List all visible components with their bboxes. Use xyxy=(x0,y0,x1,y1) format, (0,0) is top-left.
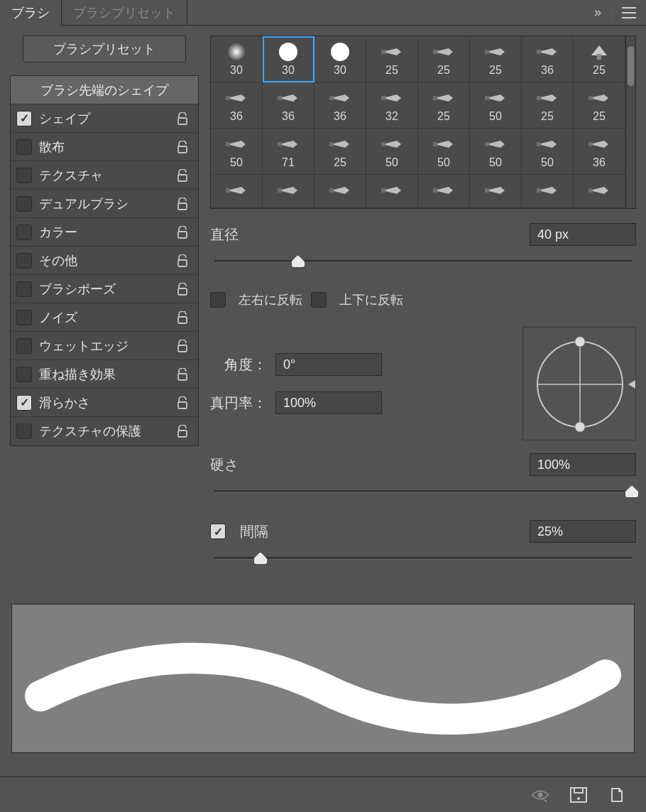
lock-icon[interactable] xyxy=(177,396,192,409)
brush-grid[interactable]: 3030302525253625363636322550252550712550… xyxy=(210,36,626,209)
brush-cell[interactable]: 36 xyxy=(522,36,574,82)
brush-cell[interactable]: 25 xyxy=(522,82,574,129)
brush-cell[interactable]: 36 xyxy=(211,82,263,129)
option-row[interactable]: テクスチャ xyxy=(11,161,198,190)
brush-cell[interactable] xyxy=(263,175,314,208)
option-row[interactable]: カラー xyxy=(11,218,198,247)
lock-icon[interactable] xyxy=(177,425,192,438)
option-checkbox[interactable] xyxy=(16,367,32,382)
grid-scrollbar-thumb[interactable] xyxy=(628,46,634,86)
lock-icon[interactable] xyxy=(177,169,192,182)
option-row[interactable]: 滑らかさ xyxy=(11,389,198,417)
panel-menu-icon[interactable] xyxy=(622,7,636,18)
tab-brush-presets[interactable]: ブラシプリセット xyxy=(62,0,187,26)
new-document-icon[interactable] xyxy=(608,786,626,804)
flip-y-checkbox[interactable] xyxy=(311,292,327,308)
option-checkbox[interactable] xyxy=(16,224,32,240)
option-checkbox[interactable] xyxy=(16,168,32,183)
brush-cell[interactable]: 36 xyxy=(574,129,625,175)
brush-cell[interactable]: 50 xyxy=(418,129,470,175)
brush-cell[interactable]: 25 xyxy=(366,36,418,82)
lock-icon[interactable] xyxy=(177,226,192,239)
brush-cell[interactable] xyxy=(211,175,263,208)
brush-cell[interactable]: 25 xyxy=(470,36,522,82)
brush-cell[interactable]: 30 xyxy=(211,36,263,82)
svg-rect-28 xyxy=(226,142,230,146)
brush-cell[interactable]: 50 xyxy=(470,82,522,129)
brush-thumb-icon xyxy=(432,134,456,155)
svg-rect-26 xyxy=(537,96,541,100)
option-row[interactable]: シェイプ xyxy=(11,104,198,133)
brush-cell[interactable]: 30 xyxy=(314,36,366,82)
brush-cell[interactable]: 25 xyxy=(418,36,470,82)
option-checkbox[interactable] xyxy=(16,139,32,155)
brush-size-label: 25 xyxy=(437,64,450,77)
tab-brushes[interactable]: ブラシ xyxy=(0,0,62,26)
hardness-input[interactable]: 100% xyxy=(530,453,636,476)
hardness-slider[interactable] xyxy=(210,483,636,503)
brush-cell[interactable] xyxy=(418,175,470,208)
spacing-slider[interactable] xyxy=(210,550,636,570)
toggle-preview-icon[interactable] xyxy=(531,786,549,804)
option-row[interactable]: デュアルブラシ xyxy=(11,190,198,218)
svg-rect-22 xyxy=(329,96,334,100)
brush-preset-button[interactable]: ブラシプリセット xyxy=(23,36,186,63)
diameter-label: 直径 xyxy=(210,225,239,244)
brush-cell[interactable] xyxy=(470,175,522,208)
diameter-slider[interactable] xyxy=(210,253,636,273)
collapse-icon[interactable]: » xyxy=(594,5,601,20)
brush-size-label: 25 xyxy=(593,64,606,77)
option-row[interactable]: その他 xyxy=(11,247,198,275)
diameter-input[interactable]: 40 px xyxy=(530,223,636,246)
option-checkbox[interactable] xyxy=(16,253,32,269)
brush-cell[interactable] xyxy=(574,175,625,208)
lock-icon[interactable] xyxy=(177,283,192,296)
grid-scrollbar[interactable] xyxy=(626,36,636,209)
brush-cell[interactable]: 50 xyxy=(211,129,263,175)
brush-cell[interactable]: 50 xyxy=(522,129,574,175)
lock-icon[interactable] xyxy=(177,112,192,125)
lock-icon[interactable] xyxy=(177,141,192,153)
lock-icon[interactable] xyxy=(177,311,192,324)
brush-cell[interactable]: 50 xyxy=(366,129,418,175)
option-checkbox[interactable] xyxy=(16,196,32,212)
brush-cell[interactable]: 32 xyxy=(366,82,418,129)
lock-icon[interactable] xyxy=(177,197,192,210)
option-row[interactable]: ブラシポーズ xyxy=(11,275,198,303)
option-row[interactable]: 散布 xyxy=(11,133,198,161)
brush-cell[interactable]: 25 xyxy=(314,129,366,175)
brush-cell[interactable]: 36 xyxy=(314,82,366,129)
lock-icon[interactable] xyxy=(177,340,192,352)
brush-cell[interactable]: 25 xyxy=(574,36,625,82)
lock-icon[interactable] xyxy=(177,254,192,267)
option-checkbox[interactable] xyxy=(16,310,32,325)
option-row[interactable]: ウェットエッジ xyxy=(11,332,198,360)
brush-cell[interactable] xyxy=(522,175,574,208)
brush-cell[interactable]: 25 xyxy=(418,82,470,129)
brush-cell[interactable]: 30 xyxy=(263,36,314,82)
option-checkbox[interactable] xyxy=(16,111,32,126)
option-checkbox[interactable] xyxy=(16,423,32,439)
flip-x-checkbox[interactable] xyxy=(210,292,226,308)
option-row[interactable]: ノイズ xyxy=(11,303,198,332)
angle-widget[interactable] xyxy=(522,327,636,440)
option-checkbox[interactable] xyxy=(16,338,32,354)
create-preset-icon[interactable] xyxy=(569,786,588,804)
brush-size-label: 25 xyxy=(541,110,554,123)
brush-cell[interactable] xyxy=(314,175,366,208)
brush-cell[interactable]: 50 xyxy=(470,129,522,175)
spacing-input[interactable]: 25% xyxy=(530,520,636,543)
brush-cell[interactable]: 36 xyxy=(263,82,314,129)
spacing-checkbox[interactable] xyxy=(210,524,226,539)
angle-input[interactable]: 0° xyxy=(275,353,382,376)
option-row[interactable]: 重ね描き効果 xyxy=(11,360,198,389)
brush-cell[interactable]: 25 xyxy=(574,82,625,129)
roundness-input[interactable]: 100% xyxy=(275,391,382,414)
option-checkbox[interactable] xyxy=(16,281,32,297)
options-header[interactable]: ブラシ先端のシェイプ xyxy=(11,76,198,104)
option-checkbox[interactable] xyxy=(16,395,32,411)
option-row[interactable]: テクスチャの保護 xyxy=(11,417,198,445)
brush-cell[interactable]: 71 xyxy=(263,129,314,175)
lock-icon[interactable] xyxy=(177,368,192,381)
brush-cell[interactable] xyxy=(366,175,418,208)
